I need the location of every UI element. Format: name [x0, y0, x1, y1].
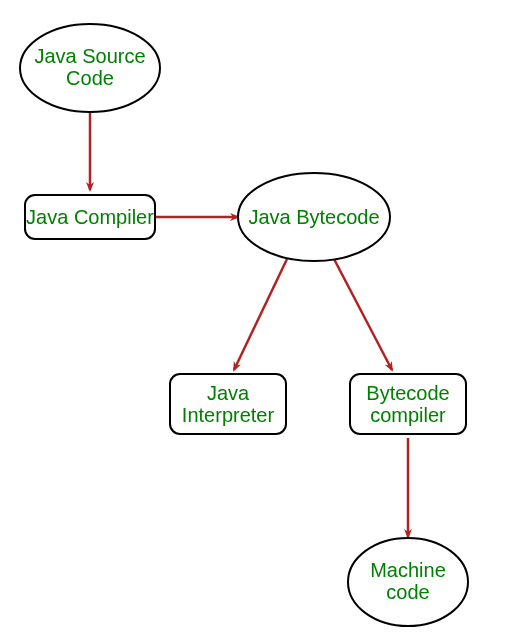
node-label: Java Bytecode [248, 206, 379, 228]
node-label: Java Source [34, 45, 145, 67]
node-label: Machine [370, 559, 446, 581]
node-label: Java Compiler [26, 206, 154, 228]
java-pipeline-diagram: Java Source Code Java Compiler Java Byte… [0, 0, 522, 642]
node-machine-code: Machine code [348, 538, 468, 626]
node-label: Java [207, 382, 250, 404]
node-bytecode-compiler: Bytecode compiler [350, 374, 466, 434]
node-label: Bytecode [366, 382, 449, 404]
edge-bytecode-to-interpreter [234, 259, 287, 370]
node-java-bytecode: Java Bytecode [238, 173, 390, 261]
node-label: code [386, 581, 429, 603]
node-label: compiler [370, 404, 446, 426]
node-java-compiler: Java Compiler [25, 195, 155, 239]
node-java-source-code: Java Source Code [20, 24, 160, 112]
node-java-interpreter: Java Interpreter [170, 374, 286, 434]
edge-bytecode-to-bcompiler [334, 259, 392, 370]
node-label: Code [66, 67, 114, 89]
node-label: Interpreter [182, 404, 275, 426]
edges [90, 112, 408, 537]
